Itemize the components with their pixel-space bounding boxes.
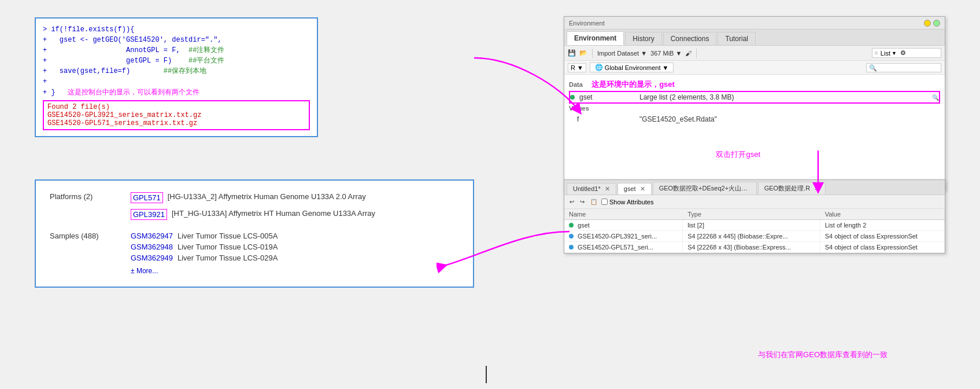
consistent-annotation: 与我们在官网GEO数据库查看到的一致 [758, 350, 887, 360]
more-link[interactable]: ± More... [131, 267, 278, 275]
bottom-left-panel: Platforms (2) GPL571 [HG-U133A_2] Affyme… [35, 179, 474, 288]
row-gset-value: List of length 2 [820, 220, 944, 231]
tab-connections[interactable]: Connections [663, 32, 717, 45]
r-dropdown[interactable]: R ▼ [568, 63, 586, 72]
list-dropdown-icon[interactable]: ▼ [892, 50, 897, 56]
sample-desc-3: Liver Tumor Tissue LCS-029A [177, 254, 278, 262]
gset-value: Large list (2 elements, 3.8 MB) [639, 93, 932, 101]
platform-row-1: GPL571 [HG-U133A_2] Affymetrix Human Gen… [131, 192, 375, 203]
global-env-icon: 🌐 [595, 64, 603, 71]
console-output: Found 2 file(s) GSE14520-GPL3921_series_… [43, 100, 310, 130]
col-type: Type [683, 209, 820, 220]
minimize-button[interactable] [924, 20, 931, 27]
import-dataset-button[interactable]: Import Dataset ▼ [597, 50, 647, 57]
save-icon[interactable]: 💾 [568, 49, 576, 57]
data-viewer-toolbar: ↩ ↪ 📋 Show Attributes [564, 195, 945, 209]
platform-id-gpl3921[interactable]: GPL3921 [131, 209, 167, 220]
r-label: R [571, 64, 575, 71]
close-geo-process-tab[interactable]: ✕ [814, 185, 819, 192]
table-row-gpl571[interactable]: GSE14520-GPL571_seri... S4 [22268 x 43] … [564, 242, 945, 253]
sample-row-2: GSM362948 Liver Tumor Tissue LCS-019A [131, 243, 278, 251]
sample-id-3[interactable]: GSM362949 [131, 254, 173, 262]
row-gpl571-value: S4 object of class ExpressionSet [820, 242, 944, 253]
platform-id-gpl571[interactable]: GPL571 [131, 192, 163, 203]
code-line-6: + [43, 76, 310, 87]
env-sub-toolbar: R ▼ 🌐 Global Environment ▼ [564, 61, 945, 75]
panel-title: Environment [569, 20, 605, 27]
open-icon[interactable]: 📂 [579, 49, 587, 57]
data-tabs: Untitled1* ✕ gset ✕ GEO数据挖取+DEseq2+火山图绘制… [564, 180, 945, 195]
sample-row-3: GSM362949 Liver Tumor Tissue LCS-029A [131, 254, 278, 262]
tab-tutorial[interactable]: Tutorial [718, 32, 756, 45]
row-gset-name: gset [564, 220, 683, 231]
data-section-label: Data 这是环境中的显示，gset [569, 78, 940, 91]
samples-section: Samples (488) GSM362947 Liver Tumor Tiss… [50, 232, 459, 275]
rstudio-environment-panel: Environment Environment History Connecti… [564, 16, 945, 191]
global-env-label: Global Environment ▼ [605, 64, 669, 71]
code-line-4: + getGPL = F) ##平台文件 [43, 56, 310, 66]
row-gpl3921-name: GSE14520-GPL3921_seri... [564, 231, 683, 242]
list-label: List [881, 50, 890, 57]
gset-row-bullet [569, 223, 574, 227]
row-gpl3921-value: S4 object of class ExpressionSet [820, 231, 944, 242]
tab-geo-deseq[interactable]: GEO数据挖取+DEseq2+火山图绘制.R ✕ [653, 182, 757, 195]
row-gset-type: list [2] [683, 220, 820, 231]
f-name: f [570, 115, 639, 123]
memory-indicator[interactable]: 367 MiB ▼ [650, 50, 682, 57]
rstudio-titlebar: Environment [564, 17, 945, 30]
code-line-7: + } 这是控制台中的显示，可以看到有两个文件 [43, 87, 310, 98]
search-icon: ≡ [875, 50, 878, 56]
row-gpl571-type: S4 [22268 x 43] (Biobase::Express... [683, 242, 820, 253]
sample-desc-1: Liver Tumor Tissue LCS-005A [177, 232, 278, 240]
toolbar-sep-1 [592, 49, 593, 58]
data-annotation: 这是环境中的显示，gset [591, 80, 675, 89]
cursor-line [486, 366, 487, 383]
code-line-5: + save(gset,file=f) ##保存到本地 [43, 66, 310, 76]
sample-row-1: GSM362947 Liver Tumor Tissue LCS-005A [131, 232, 278, 240]
platform-desc-1: [HG-U133A_2] Affymetrix Human Genome U13… [168, 192, 366, 201]
gpl571-bullet [569, 245, 574, 249]
env-filter-input[interactable] [866, 63, 941, 72]
tab-environment[interactable]: Environment [567, 31, 624, 45]
data-copy-btn[interactable]: 📋 [589, 198, 599, 205]
show-attributes-checkbox[interactable] [601, 199, 608, 205]
gset-env-row[interactable]: gset Large list (2 elements, 3.8 MB) 🔍 [569, 91, 940, 104]
sample-id-1[interactable]: GSM362947 [131, 232, 173, 240]
platforms-label: Platforms (2) [50, 192, 125, 226]
sample-desc-2: Liver Tumor Tissue LCS-019A [177, 243, 278, 251]
tab-gset[interactable]: gset ✕ [617, 183, 652, 195]
global-env-dropdown[interactable]: 🌐 Global Environment ▼ [590, 63, 674, 72]
tab-history[interactable]: History [625, 32, 661, 45]
table-row-gpl3921[interactable]: GSE14520-GPL3921_seri... S4 [22268 x 445… [564, 231, 945, 242]
tab-untitled[interactable]: Untitled1* ✕ [567, 183, 616, 195]
settings-icon[interactable]: ⚙ [900, 49, 906, 57]
code-line-3: + AnnotGPL = F, ##注释文件 [43, 45, 310, 56]
rstudio-data-viewer: Untitled1* ✕ gset ✕ GEO数据挖取+DEseq2+火山图绘制… [564, 179, 945, 254]
gset-search-icon[interactable]: 🔍 [932, 94, 939, 101]
col-value: Value [820, 209, 944, 220]
close-untitled-tab[interactable]: ✕ [605, 185, 610, 192]
code-panel: > if(!file.exists(f)){ + gset <- getGEO(… [35, 17, 318, 137]
platform-row-2: GPL3921 [HT_HG-U133A] Affymetrix HT Huma… [131, 209, 375, 220]
console-line-3: GSE14520-GPL571_series_matrix.txt.gz [47, 119, 305, 127]
env-search-box[interactable]: ≡ List ▼ ⚙ [872, 48, 941, 58]
maximize-button[interactable] [933, 20, 940, 27]
samples-label: Samples (488) [50, 232, 125, 275]
brush-icon[interactable]: 🖌 [685, 50, 691, 57]
gset-name: gset [570, 93, 639, 101]
table-row-gset[interactable]: gset list [2] List of length 2 [564, 220, 945, 231]
platforms-section: Platforms (2) GPL571 [HG-U133A_2] Affyme… [50, 192, 459, 226]
close-gset-tab[interactable]: ✕ [640, 185, 645, 192]
gset-bullet [570, 95, 575, 100]
sample-id-2[interactable]: GSM362948 [131, 243, 173, 251]
show-attributes-label[interactable]: Show Attributes [601, 199, 653, 205]
gpl3921-bullet [569, 234, 574, 238]
samples-list: GSM362947 Liver Tumor Tissue LCS-005A GS… [131, 232, 278, 275]
code-line-2: + gset <- getGEO('GSE14520', destdir="."… [43, 35, 310, 45]
data-undo-btn[interactable]: ↩ [568, 198, 576, 205]
toolbar-sep-2 [696, 49, 697, 58]
data-redo-btn[interactable]: ↪ [578, 198, 586, 205]
tab-geo-process[interactable]: GEO数据处理.R ✕ [758, 182, 826, 195]
f-env-row: f "GSE14520_eSet.Rdata" [569, 113, 940, 126]
values-section-label: Values [569, 104, 940, 113]
